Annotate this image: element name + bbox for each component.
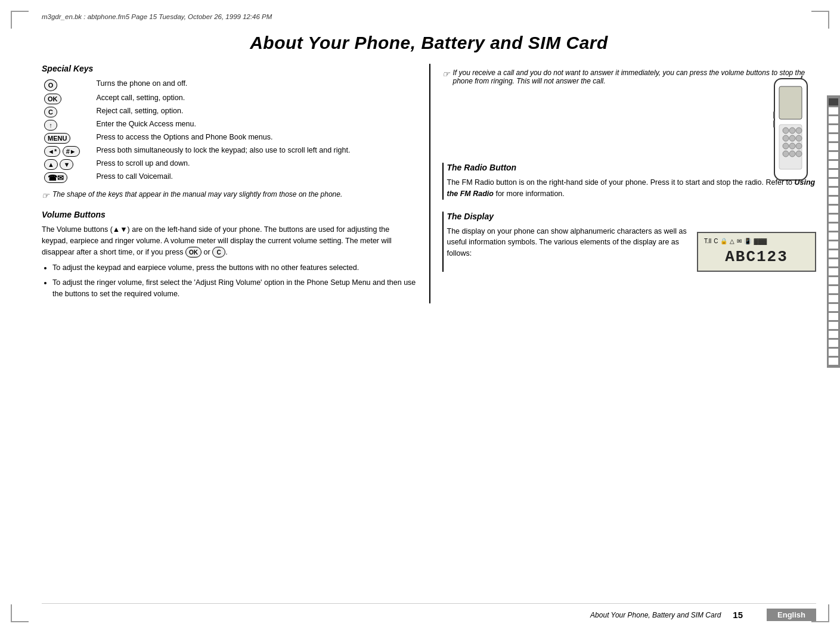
page-title: About Your Phone, Battery and SIM Card: [42, 33, 816, 53]
key-c: C: [44, 107, 57, 117]
key-voicemail-desc: Press to call Voicemail.: [94, 171, 417, 184]
corner-mark-bl: [11, 604, 29, 622]
display-text: The display on your phone can show alpha…: [447, 226, 689, 259]
svg-point-3: [783, 128, 789, 134]
tab-block: [829, 304, 838, 311]
radio-button-section: The Radio Button The FM Radio button is …: [442, 163, 817, 200]
tab-block: [829, 331, 838, 338]
tab-block: [829, 259, 838, 266]
footer-text: About Your Phone, Battery and SIM Card: [590, 611, 721, 619]
table-row: MENU Press to access the Options and Pho…: [42, 132, 417, 145]
volume-bullets: To adjust the keypad and earpiece volume…: [42, 262, 417, 299]
svg-rect-17: [773, 120, 775, 128]
table-row: OK Accept call, setting, option.: [42, 92, 417, 106]
key-updown-desc: Press to scroll up and down.: [94, 158, 417, 171]
special-keys-heading: Special Keys: [42, 64, 417, 73]
page-header: m3gdr_en.bk : abtphone.fm5 Page 15 Tuesd…: [42, 13, 272, 20]
tab-block: [829, 107, 838, 114]
display-heading: The Display: [447, 212, 817, 221]
tab-block: [829, 170, 838, 177]
svg-point-12: [783, 151, 789, 157]
tab-block: [829, 250, 838, 257]
volume-buttons-section: Volume Buttons The Volume buttons (▲▼) a…: [42, 210, 417, 300]
note-icon: ☞: [42, 191, 49, 200]
tab-block: [829, 188, 838, 195]
tab-block: [829, 349, 838, 356]
bullet-item: To adjust the ringer volume, first selec…: [52, 277, 417, 300]
section-vbar-display: [442, 212, 444, 272]
tab-block: [829, 286, 838, 293]
volume-buttons-heading: Volume Buttons: [42, 210, 417, 219]
tab-block: [829, 277, 838, 284]
corner-mark-tr: [811, 11, 829, 29]
svg-point-10: [789, 143, 795, 149]
display-mockup: T.ll C 🔒 △ ✉ 📳 ▓▓▓ ABC123: [697, 232, 816, 272]
note-icon-call: ☞: [442, 69, 450, 79]
svg-point-4: [789, 128, 795, 134]
svg-rect-16: [773, 111, 775, 119]
tab-block: [829, 232, 838, 240]
key-ok-desc: Accept call, setting, option.: [94, 92, 417, 106]
key-c-desc: Reject call, setting, option.: [94, 106, 417, 119]
volume-text: The Volume buttons (▲▼) are on the left-…: [42, 224, 417, 257]
display-main-text: ABC123: [704, 248, 809, 266]
tab-block: [829, 125, 838, 132]
tab-block: [829, 313, 838, 320]
table-row: C Reject call, setting, option.: [42, 106, 417, 119]
key-up-down: ▲: [44, 159, 58, 170]
special-keys-note: ☞ The shape of the keys that appear in t…: [42, 190, 417, 200]
footer-language: English: [767, 609, 816, 621]
tab-block: [829, 295, 838, 302]
svg-point-7: [789, 135, 795, 141]
key-voicemail: ☎✉: [44, 172, 67, 183]
tab-block: [829, 152, 838, 159]
note-text: The shape of the keys that appear in the…: [52, 190, 342, 198]
right-column: ☞ If you receive a call and you do not w…: [429, 64, 817, 303]
tab-block: [829, 206, 838, 213]
svg-point-9: [783, 143, 789, 149]
left-column: Special Keys O Turns the phone on and of…: [42, 64, 429, 303]
section-vbar-radio: [442, 163, 444, 200]
svg-point-6: [783, 135, 789, 141]
tab-block: [829, 268, 838, 275]
tab-block: [829, 134, 838, 141]
table-row: ◄* #► Press both simultaneously to lock …: [42, 145, 417, 158]
radio-button-heading: The Radio Button: [447, 163, 817, 172]
svg-point-14: [796, 151, 802, 157]
keys-table: O Turns the phone on and off. OK Accept …: [42, 78, 417, 184]
key-star: ◄*: [44, 146, 60, 157]
tab-block: [829, 340, 838, 347]
tab-block: [829, 98, 838, 106]
signal-icon: T.ll: [704, 238, 711, 244]
message-icon: ✉: [737, 238, 742, 244]
radio-text: The FM Radio button is on the right-hand…: [447, 177, 817, 200]
display-section: The Display The display on your phone ca…: [442, 212, 817, 272]
key-menu: MENU: [44, 133, 70, 144]
bullet-item: To adjust the keypad and earpiece volume…: [52, 262, 417, 274]
footer-page-number: 15: [733, 610, 743, 620]
svg-point-8: [796, 135, 802, 141]
display-top-bar: T.ll C 🔒 △ ✉ 📳 ▓▓▓: [704, 238, 809, 244]
key-menu-desc: Press to access the Options and Phone Bo…: [94, 132, 417, 145]
vibrate-icon: 📳: [744, 238, 751, 244]
key-ok-inline: OK: [185, 247, 202, 257]
call-icon: C: [714, 238, 718, 244]
key-hash: #►: [63, 146, 80, 157]
tab-block: [829, 224, 838, 231]
tab-block: [829, 215, 838, 222]
call-note: ☞ If you receive a call and you do not w…: [442, 69, 817, 85]
key-up-desc: Enter the Quick Access menu.: [94, 119, 417, 132]
key-down: ▼: [60, 159, 73, 170]
lock-icon: 🔒: [720, 238, 727, 244]
svg-line-15: [801, 76, 805, 79]
tab-block: [829, 358, 838, 365]
right-side-tab: [827, 95, 840, 368]
key-c-inline: C: [212, 247, 225, 257]
table-row: ☎✉ Press to call Voicemail.: [42, 171, 417, 184]
tab-block: [829, 143, 838, 150]
table-row: ↑ Enter the Quick Access menu.: [42, 119, 417, 132]
svg-point-11: [796, 143, 802, 149]
tab-block: [829, 161, 838, 168]
key-ok: OK: [44, 94, 61, 104]
corner-mark-tl: [11, 11, 29, 29]
